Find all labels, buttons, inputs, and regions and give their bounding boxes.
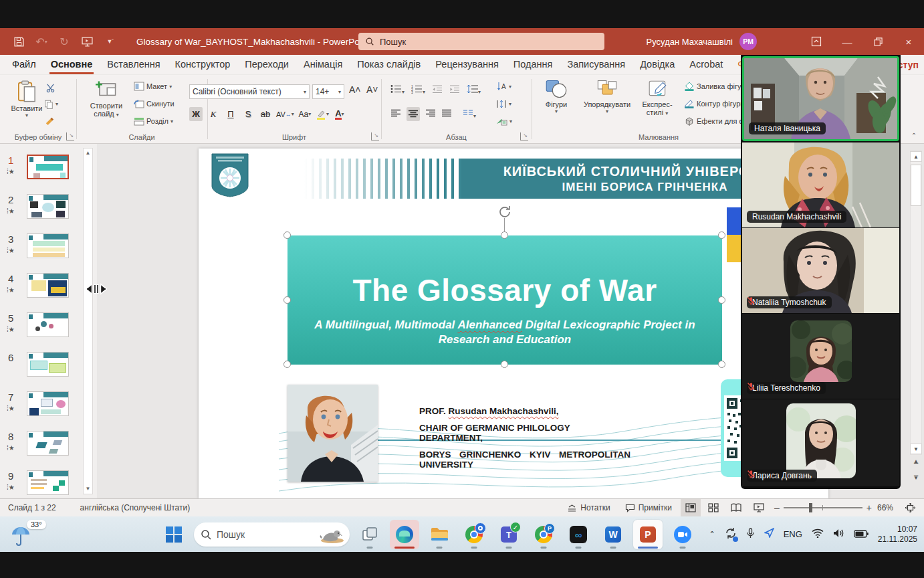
- font-size-combo[interactable]: 14+▾: [312, 84, 344, 99]
- titlebar-search[interactable]: [358, 33, 604, 50]
- convert-smartart-button[interactable]: ▾: [496, 116, 512, 126]
- character-spacing-button[interactable]: AV↔▾: [276, 107, 294, 121]
- tab-review[interactable]: Рецензування: [434, 59, 500, 74]
- selection-handle[interactable]: [718, 231, 725, 239]
- arrange-button[interactable]: Упорядкувати▾: [578, 79, 636, 114]
- ribbon-display-options-icon[interactable]: [801, 28, 832, 55]
- fit-slide-button[interactable]: [900, 499, 920, 516]
- account-area[interactable]: Русудан Махачашвілі PM: [647, 28, 757, 55]
- thumbnail-slide-6[interactable]: 6: [0, 352, 84, 387]
- minimize-icon[interactable]: —: [832, 28, 862, 55]
- video-tile-liliia-tereshchenko[interactable]: Liliia Tereshchenko: [742, 314, 899, 399]
- grow-font-button[interactable]: A˄: [349, 84, 361, 95]
- customize-qat-chevron-icon[interactable]: ▼̄: [103, 35, 116, 48]
- paste-button[interactable]: Вставити ▾: [9, 80, 44, 118]
- text-direction-button[interactable]: A▾: [496, 82, 511, 92]
- layout-button[interactable]: Макет▾: [134, 82, 172, 91]
- font-dialog-launcher-icon[interactable]: ↘: [371, 132, 379, 140]
- clipboard-dialog-launcher-icon[interactable]: ↘: [66, 132, 74, 140]
- tab-animations[interactable]: Анімація: [302, 59, 344, 74]
- line-spacing-button[interactable]: ▾: [467, 84, 481, 95]
- zoom-slider-thumb[interactable]: [809, 503, 812, 512]
- zoom-meeting-panel[interactable]: Наталя Іваницька Rusudan Makh: [741, 55, 901, 489]
- align-left-button[interactable]: [390, 109, 401, 119]
- taskbar-search[interactable]: [194, 522, 350, 547]
- cut-button[interactable]: [45, 83, 55, 93]
- notes-button[interactable]: Нотатки: [561, 499, 616, 516]
- zoom-in-icon[interactable]: +: [867, 502, 872, 513]
- selection-handle[interactable]: [283, 296, 291, 304]
- video-tile-nataliia-tymoshchuk[interactable]: Nataliia Tymoshchuk: [742, 228, 899, 313]
- titlebar-search-input[interactable]: [380, 37, 567, 47]
- taskbar-chrome-meet-icon[interactable]: [459, 520, 489, 549]
- undo-icon[interactable]: ↶▾: [35, 35, 48, 48]
- slideshow-view-button[interactable]: [749, 499, 769, 516]
- bold-button[interactable]: Ж: [189, 107, 203, 121]
- copy-button[interactable]: ▾: [44, 99, 58, 109]
- avatar[interactable]: PM: [739, 33, 757, 50]
- slide-sorter-view-button[interactable]: [703, 499, 723, 516]
- tab-slideshow[interactable]: Показ слайдів: [356, 59, 422, 74]
- thumbnail-slide-7[interactable]: 7⁞★: [0, 391, 84, 426]
- mic-in-use-icon[interactable]: [746, 528, 755, 541]
- align-right-button[interactable]: [425, 109, 436, 119]
- taskbar-powerpoint-icon[interactable]: P: [633, 520, 663, 549]
- thumbnail-slide-1[interactable]: 1⁞★: [0, 155, 84, 189]
- selection-handle[interactable]: [718, 296, 725, 304]
- thumbnail-scrollbar[interactable]: ▲ ▼: [83, 148, 93, 494]
- tab-help[interactable]: Довідка: [639, 59, 676, 74]
- increase-indent-button[interactable]: [449, 84, 460, 95]
- location-in-use-icon[interactable]: [764, 528, 774, 541]
- strikethrough-button[interactable]: ab: [259, 107, 272, 121]
- save-icon[interactable]: [12, 35, 25, 48]
- decrease-indent-button[interactable]: [432, 84, 443, 95]
- thumbnail-slide-3[interactable]: 3⁞★: [0, 233, 84, 268]
- tab-file[interactable]: Файл: [11, 59, 37, 74]
- tab-insert[interactable]: Вставлення: [106, 59, 161, 74]
- rotate-handle-icon[interactable]: [497, 205, 512, 222]
- slide-title-box[interactable]: The Glossary of War A Multilingual, Mult…: [287, 235, 722, 365]
- taskbar-zoom-icon[interactable]: [668, 520, 697, 549]
- tray-overflow-chevron-icon[interactable]: ⌃: [709, 530, 715, 539]
- tab-transitions[interactable]: Переходи: [243, 59, 290, 74]
- slide-canvas[interactable]: КИЇВСЬКИЙ СТОЛИЧНИЙ УНІВЕРСИТЕТ ІМЕНІ БО…: [199, 149, 828, 499]
- video-tile-natalia-ivanytska[interactable]: Наталя Іваницька: [742, 56, 899, 141]
- weather-widget[interactable]: 33°: [9, 520, 47, 549]
- thumbnail-slide-4[interactable]: 4⁞★: [0, 273, 84, 308]
- italic-button[interactable]: K: [207, 107, 220, 121]
- scroll-up-icon[interactable]: ▲: [84, 149, 92, 158]
- scroll-down-icon[interactable]: ▼: [84, 484, 92, 494]
- taskbar-edge-icon[interactable]: [390, 520, 419, 549]
- zoom-out-icon[interactable]: –: [774, 502, 780, 513]
- columns-button[interactable]: ▾: [463, 109, 476, 119]
- vscroll-up-icon[interactable]: ▲: [910, 151, 922, 162]
- thumbnail-slide-8[interactable]: 8⁞★: [0, 431, 84, 466]
- task-view-button[interactable]: [355, 520, 384, 549]
- taskbar-word-icon[interactable]: W: [598, 520, 628, 549]
- highlight-button[interactable]: ▾: [316, 107, 329, 121]
- volume-icon[interactable]: [833, 528, 844, 541]
- input-language-indicator[interactable]: ENG: [784, 529, 802, 539]
- selection-handle[interactable]: [283, 361, 291, 368]
- taskbar-explorer-icon[interactable]: [425, 520, 454, 549]
- zoom-slider[interactable]: – +: [774, 502, 872, 513]
- thumbnail-slide-5[interactable]: 5⁞★: [0, 312, 84, 347]
- tab-acrobat[interactable]: Acrobat: [688, 59, 724, 74]
- selection-handle[interactable]: [718, 361, 725, 368]
- tab-design[interactable]: Конструктор: [174, 59, 232, 74]
- justify-button[interactable]: [441, 109, 452, 119]
- numbering-button[interactable]: 123▾: [411, 84, 425, 95]
- author-photo[interactable]: [287, 385, 378, 482]
- align-text-button[interactable]: ▾: [496, 99, 511, 109]
- vscroll-thumb[interactable]: [911, 165, 921, 206]
- comments-button[interactable]: Примітки: [619, 499, 678, 516]
- start-slideshow-icon[interactable]: [80, 35, 94, 48]
- quick-styles-button[interactable]: Експрес-стилі ▾: [637, 79, 679, 118]
- shrink-font-button[interactable]: A˅: [366, 84, 378, 95]
- selection-handle[interactable]: [501, 231, 508, 239]
- bullets-button[interactable]: ▾: [390, 84, 405, 95]
- taskbar-search-input[interactable]: [217, 529, 304, 540]
- wifi-icon[interactable]: [812, 528, 824, 541]
- next-slide-button[interactable]: ▁▼: [911, 471, 921, 480]
- text-shadow-button[interactable]: S: [241, 107, 255, 121]
